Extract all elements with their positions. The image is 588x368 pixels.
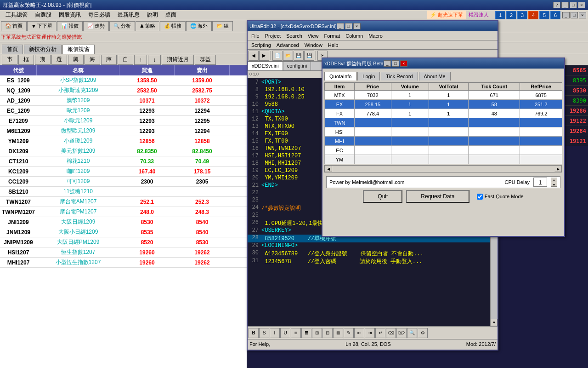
- ue-btn-back[interactable]: ◀: [249, 51, 259, 61]
- ue-menu-search[interactable]: Search: [283, 33, 305, 39]
- ue-btm-9[interactable]: ⊠: [333, 328, 343, 338]
- table-row[interactable]: AD_1209 澳幣1209 10371 10372: [0, 96, 247, 106]
- menu-tools[interactable]: 工具總管: [2, 10, 31, 20]
- ue-btn-fwd[interactable]: ▶: [259, 51, 269, 61]
- ue-menu-column[interactable]: Column: [343, 33, 366, 39]
- close-btn[interactable]: ×: [578, 2, 585, 8]
- xdde-hscrollbar[interactable]: ◀ ▶: [324, 165, 562, 172]
- xdde-fast-checkbox[interactable]: [477, 194, 483, 200]
- btn-home[interactable]: 🏠 首頁: [1, 21, 27, 31]
- table-row[interactable]: DX1209 美元指數1209 82.8350 82.8450: [0, 146, 247, 156]
- xdde-row-ym[interactable]: YM: [325, 155, 562, 164]
- ue-menu-format[interactable]: Format: [322, 33, 343, 39]
- num-btn-4[interactable]: 4: [528, 11, 538, 19]
- menu-news[interactable]: 最新訊息: [114, 10, 143, 20]
- min-btn[interactable]: _: [561, 2, 569, 8]
- table-row[interactable]: CC1209 可可1209 2300 2305: [0, 177, 247, 187]
- xdde-tab-about[interactable]: About Me: [419, 72, 451, 80]
- menu-daily[interactable]: 每日必讀: [85, 10, 114, 20]
- btn-quote[interactable]: 📊 報價: [57, 21, 83, 31]
- ue-menu-window[interactable]: Window: [302, 42, 325, 48]
- subnav-market[interactable]: 市: [2, 55, 17, 65]
- hscroll-left[interactable]: ◀: [325, 166, 332, 172]
- help-btn[interactable]: ?: [553, 2, 560, 8]
- num-btn-5[interactable]: 5: [539, 11, 549, 19]
- xdde-request-btn[interactable]: Request Data: [406, 190, 469, 203]
- xdde-row-ec[interactable]: EC: [325, 146, 562, 155]
- ue-btm-8[interactable]: ⊟: [322, 328, 333, 338]
- ue-tab-config[interactable]: config.ini: [283, 62, 311, 70]
- table-row[interactable]: JNIPM1209 大阪日經PM1209 8520 8530: [0, 237, 247, 247]
- ue-menu-macro[interactable]: Macro: [366, 33, 385, 39]
- subnav-overseas[interactable]: 海: [85, 55, 100, 65]
- btn-overseas[interactable]: 🌐 海外: [186, 21, 212, 31]
- ue-close[interactable]: ×: [353, 23, 361, 29]
- app-close[interactable]: ×: [579, 12, 586, 18]
- btn-trend[interactable]: 📈 走勢: [83, 21, 109, 31]
- xdde-row-twn[interactable]: TWN: [325, 118, 562, 127]
- num-btn-6[interactable]: 6: [550, 11, 560, 19]
- ue-btm-3[interactable]: I: [270, 328, 280, 338]
- num-btn-3[interactable]: 3: [517, 11, 527, 19]
- subnav-frame[interactable]: 框: [18, 55, 34, 65]
- max-btn[interactable]: □: [570, 2, 577, 8]
- ue-max[interactable]: □: [345, 23, 352, 29]
- app-min[interactable]: _: [562, 12, 570, 18]
- cpu-down[interactable]: ▼: [551, 182, 557, 187]
- subnav-options[interactable]: 選: [51, 55, 67, 65]
- table-row[interactable]: JNM1209 大阪小日經1209 8535 8540: [0, 227, 247, 237]
- btn-account[interactable]: 💰 帳務: [160, 21, 186, 31]
- table-row[interactable]: NQ_1209 小那斯達克1209 2582.50 2582.75: [0, 86, 247, 96]
- table-row[interactable]: SB1210 11號糖1210: [0, 187, 247, 197]
- ue-btm-11[interactable]: ⇤: [354, 328, 364, 338]
- table-row[interactable]: CT1210 棉花1210 70.33 70.49: [0, 156, 247, 167]
- ue-btn-new[interactable]: 📄: [272, 51, 283, 61]
- ue-menu-file[interactable]: File: [249, 33, 262, 39]
- xdde-row-mtx[interactable]: MTX 7032 1 1 671 6875: [325, 91, 562, 100]
- ue-btm-7[interactable]: ⊞: [312, 328, 322, 338]
- menu-help[interactable]: 說明: [143, 10, 162, 20]
- xdde-tab-quotainfo[interactable]: QuotaInfo: [324, 72, 356, 80]
- ue-btm-13[interactable]: ↵: [375, 328, 385, 338]
- xdde-row-ex[interactable]: EX 258.15 1 1 58 251.2: [325, 100, 562, 109]
- tab-quote[interactable]: 報價視窗: [62, 45, 95, 54]
- subnav-down[interactable]: ↓: [148, 55, 161, 65]
- scroll-down[interactable]: ▼: [491, 319, 498, 326]
- ue-menu-help[interactable]: Help: [325, 42, 341, 48]
- ue-btm-5[interactable]: ≡: [291, 328, 301, 338]
- table-row[interactable]: TWN1207 摩台電AM1207 252.1 252.3: [0, 197, 247, 207]
- ue-btm-b[interactable]: B: [249, 328, 259, 338]
- table-row[interactable]: YM1209 小道瓊1209 12856 12858: [0, 136, 247, 146]
- xdde-cpu-spinner[interactable]: ▲ ▼: [551, 178, 557, 187]
- subnav-emerging[interactable]: 興: [68, 55, 84, 65]
- xdde-row-hsi[interactable]: HSI: [325, 127, 562, 137]
- table-row[interactable]: EC_1209 歐元1209 12293 12294: [0, 106, 247, 116]
- table-row[interactable]: JNI1209 大阪日經1209 8530 8540: [0, 217, 247, 227]
- ue-tab-ini[interactable]: xDDESvr.ini: [248, 62, 283, 70]
- num-btn-1[interactable]: 1: [495, 11, 505, 19]
- ue-menu-view[interactable]: View: [305, 33, 322, 39]
- xdde-row-fx[interactable]: FX 778.4 1 1 48 769.2: [325, 109, 562, 118]
- table-row[interactable]: TWNPM1207 摩台電PM1207 248.0 248.3: [0, 207, 247, 217]
- ue-btm-2[interactable]: S: [259, 328, 269, 338]
- xdde-tab-login[interactable]: Login: [357, 72, 380, 80]
- ue-menu-project[interactable]: Project: [262, 33, 283, 39]
- tab-tech[interactable]: 新技術分析: [24, 45, 62, 54]
- subnav-futures[interactable]: 期: [35, 55, 51, 65]
- table-row[interactable]: KC1209 咖啡1209 167.40 178.15: [0, 167, 247, 177]
- ue-btm-17[interactable]: ⚙: [418, 328, 428, 338]
- cpu-up[interactable]: ▲: [551, 178, 557, 182]
- ue-menu-scripting[interactable]: Scripting: [249, 42, 274, 48]
- ue-btm-15[interactable]: ⌦: [396, 328, 407, 338]
- menu-stocks[interactable]: 固股資訊: [55, 10, 85, 20]
- table-row[interactable]: M6E1209 微型歐元1209 12293 12294: [0, 126, 247, 136]
- hscroll-right[interactable]: ▶: [554, 166, 562, 172]
- btn-analysis[interactable]: 🔍 分析: [109, 21, 135, 31]
- ue-btn-open[interactable]: 📂: [283, 51, 293, 61]
- xdde-row-mhi[interactable]: MHI: [325, 137, 562, 146]
- xdde-max[interactable]: □: [392, 60, 399, 67]
- ue-btn-save2[interactable]: 💾: [304, 51, 314, 61]
- btn-group[interactable]: 📂 組: [212, 21, 233, 31]
- subnav-groupbenefit[interactable]: 群益: [195, 55, 216, 65]
- xdde-tab-tick[interactable]: Tick Record: [381, 72, 418, 80]
